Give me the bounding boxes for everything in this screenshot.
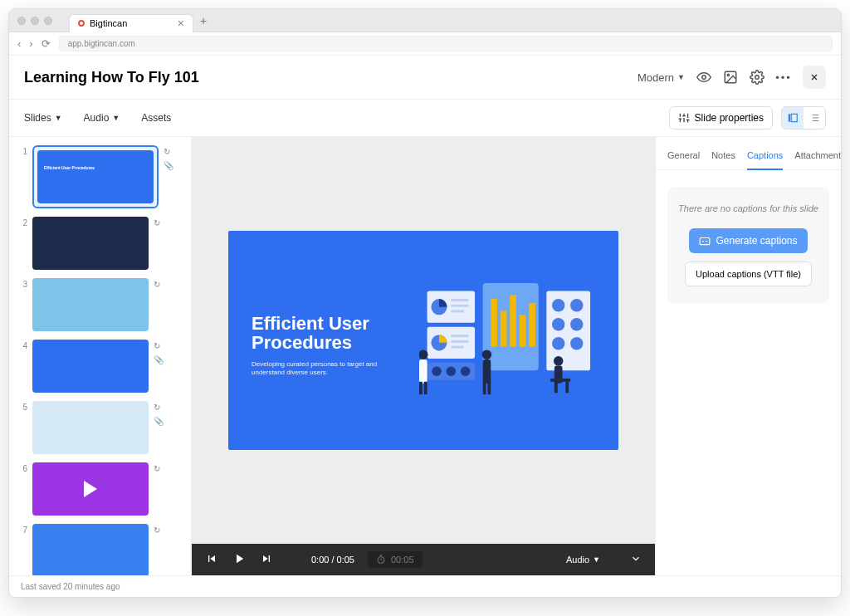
slide-thumb-7[interactable]: 7 ↻ [19, 524, 181, 575]
traffic-lights [17, 17, 52, 25]
svg-rect-58 [550, 379, 570, 382]
view-panel-toggle[interactable] [782, 107, 804, 129]
thumbnail [32, 217, 149, 270]
tab-close-icon[interactable]: × [178, 17, 184, 30]
empty-captions-text: There are no captions for this slide [677, 203, 819, 213]
player-bar: 0:00 / 0:05 00:05 Audio ▼ [192, 544, 655, 575]
svg-rect-23 [451, 299, 468, 301]
audio-label: Audio [566, 555, 589, 565]
tab-label: Audio [84, 112, 110, 124]
next-button[interactable] [260, 552, 273, 567]
svg-rect-30 [451, 346, 463, 349]
forward-button[interactable]: › [29, 37, 32, 50]
slide-thumb-4[interactable]: 4 ↻📎 [19, 340, 181, 393]
slide-panel[interactable]: 1 Efficient User Procedures ↻ 📎 2 ↻ 3 ↻ [9, 137, 192, 575]
prev-button[interactable] [205, 552, 218, 567]
slide-properties-button[interactable]: Slide properties [669, 106, 773, 130]
app-header: Learning How To Fly 101 Modern ▼ ••• [9, 56, 841, 100]
play-button[interactable] [232, 551, 247, 568]
view-list-toggle[interactable] [804, 107, 825, 129]
svg-point-34 [461, 367, 471, 377]
app-window: Bigtincan × + ‹ › ⟳ app.bigtincan.com Le… [8, 8, 842, 598]
tab-attachment[interactable]: Attachment [794, 145, 841, 169]
tab-audio[interactable]: Audio ▼ [84, 112, 120, 124]
refresh-icon[interactable]: ↻ [154, 280, 160, 289]
close-button[interactable] [803, 66, 826, 89]
image-icon[interactable] [723, 70, 738, 85]
toolbar: Slides ▼ Audio ▼ Assets Slide properties [9, 100, 841, 137]
tab-slides[interactable]: Slides ▼ [24, 112, 62, 124]
collapse-button[interactable] [630, 553, 642, 566]
chevron-down-icon: ▼ [112, 114, 120, 122]
properties-panel: General Notes Captions Attachment There … [655, 137, 841, 575]
slide-thumb-1[interactable]: 1 Efficient User Procedures ↻ 📎 [19, 145, 181, 208]
refresh-icon[interactable]: ↻ [164, 147, 173, 156]
main-area: 1 Efficient User Procedures ↻ 📎 2 ↻ 3 ↻ [9, 137, 841, 575]
tab-captions[interactable]: Captions [747, 145, 783, 170]
settings-icon[interactable] [750, 70, 765, 85]
back-button[interactable]: ‹ [17, 37, 21, 50]
play-icon [84, 481, 97, 497]
chevron-down-icon: ▼ [593, 555, 600, 564]
refresh-icon[interactable]: ↻ [154, 526, 160, 535]
svg-point-48 [419, 350, 428, 359]
address-bar: ‹ › ⟳ app.bigtincan.com [9, 32, 841, 56]
slide-thumb-6[interactable]: 6 ↻ [19, 462, 181, 516]
upload-captions-button[interactable]: Upload captions (VTT file) [685, 262, 812, 286]
button-label: Slide properties [695, 112, 764, 124]
captions-box: There are no captions for this slide Gen… [667, 187, 829, 303]
attachment-icon[interactable]: 📎 [154, 355, 164, 364]
svg-point-43 [570, 299, 583, 311]
svg-point-2 [727, 74, 729, 76]
slide-thumb-3[interactable]: 3 ↻ [19, 278, 181, 331]
time-display: 0:00 / 0:05 [311, 555, 354, 565]
svg-rect-38 [510, 295, 516, 346]
audio-menu[interactable]: Audio ▼ [566, 555, 600, 565]
attachment-icon[interactable]: 📎 [164, 161, 173, 170]
tab-general[interactable]: General [667, 145, 700, 169]
slide-illustration [419, 264, 610, 413]
svg-rect-13 [789, 114, 790, 121]
header-actions: Modern ▼ ••• [638, 66, 826, 89]
svg-rect-28 [451, 335, 468, 337]
refresh-icon[interactable]: ↻ [154, 218, 160, 227]
timer-box[interactable]: 00:05 [368, 551, 423, 568]
tab-assets[interactable]: Assets [141, 112, 171, 124]
slide-number: 6 [19, 462, 27, 516]
refresh-icon[interactable]: ↻ [154, 403, 164, 412]
tool-tabs: Slides ▼ Audio ▼ Assets [24, 112, 171, 124]
tab-notes[interactable]: Notes [711, 145, 735, 169]
svg-point-47 [570, 337, 583, 350]
close-light[interactable] [17, 17, 26, 25]
thumbnail: Efficient User Procedures [37, 150, 154, 203]
svg-rect-62 [701, 238, 711, 245]
slide-subtitle: Developing curated personas to target an… [252, 360, 384, 378]
svg-rect-53 [483, 359, 491, 384]
svg-point-33 [447, 367, 457, 377]
svg-rect-51 [424, 382, 427, 394]
minimize-light[interactable] [31, 17, 39, 25]
zoom-light[interactable] [44, 17, 52, 25]
slide-thumb-5[interactable]: 5 ↻📎 [19, 401, 181, 454]
url-field[interactable]: app.bigtincan.com [59, 36, 833, 51]
preview-icon[interactable] [696, 70, 711, 85]
refresh-icon[interactable]: ↻ [154, 341, 164, 350]
stage: Efficient User Procedures Developing cur… [192, 137, 655, 575]
new-tab-button[interactable]: + [200, 14, 207, 27]
reload-button[interactable]: ⟳ [42, 37, 51, 50]
attachment-icon[interactable]: 📎 [154, 417, 164, 426]
svg-rect-50 [419, 382, 423, 394]
refresh-icon[interactable]: ↻ [154, 464, 160, 473]
thumbnail [32, 278, 149, 331]
browser-tab[interactable]: Bigtincan × [69, 14, 193, 32]
panel-tabs: General Notes Captions Attachment [656, 145, 841, 170]
page-title: Learning How To Fly 101 [24, 69, 199, 86]
generate-captions-button[interactable]: Generate captions [689, 228, 807, 253]
theme-selector[interactable]: Modern ▼ [638, 71, 685, 84]
button-label: Generate captions [716, 235, 797, 247]
more-icon[interactable]: ••• [776, 70, 791, 85]
chevron-down-icon: ▼ [677, 73, 685, 81]
slide-thumb-2[interactable]: 2 ↻ [19, 217, 181, 270]
stage-canvas[interactable]: Efficient User Procedures Developing cur… [192, 137, 655, 544]
slide-number: 4 [19, 340, 27, 393]
